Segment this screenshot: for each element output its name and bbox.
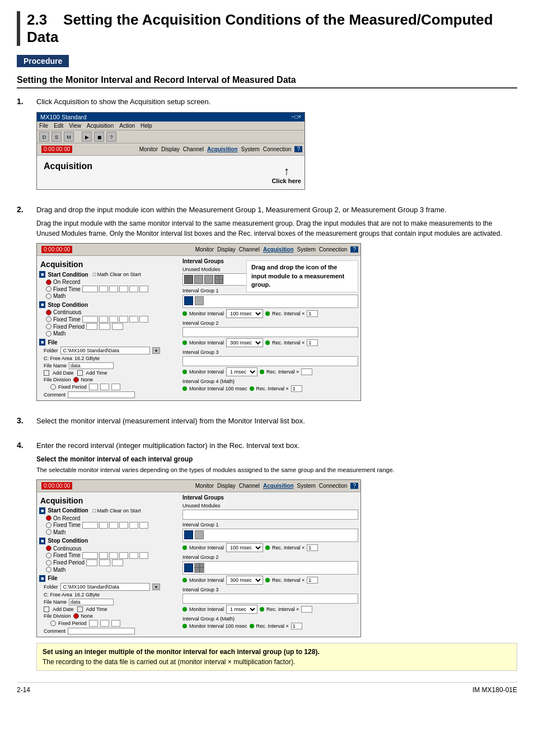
group1-module[interactable] — [184, 296, 193, 305]
s3-stop-3[interactable] — [109, 552, 118, 559]
s3-add-time-cb[interactable] — [77, 606, 83, 612]
tab-system[interactable]: System — [241, 146, 260, 152]
s3-group1-area[interactable] — [182, 529, 358, 542]
s3-fp-div-3[interactable] — [111, 620, 120, 627]
s3-ft-6[interactable] — [139, 522, 148, 529]
tab3-help[interactable]: ? — [350, 483, 358, 489]
group1-area[interactable] — [182, 295, 358, 308]
s3-radio-none[interactable] — [73, 613, 79, 619]
fixed-time-input-2[interactable] — [99, 286, 108, 292]
s3-stop-4[interactable] — [119, 552, 128, 559]
tab3-system[interactable]: System — [297, 483, 316, 489]
s3-g2-rec-input[interactable] — [307, 577, 318, 584]
stop-input-1[interactable] — [82, 316, 98, 323]
comment-input[interactable] — [68, 391, 135, 398]
s3-filename-input[interactable] — [69, 599, 114, 605]
fixed-time-input-6[interactable] — [139, 286, 148, 292]
s3-g1-mod[interactable] — [184, 530, 193, 539]
s3-g3-select[interactable]: 1 msec — [226, 605, 257, 614]
s3-stop-1[interactable] — [82, 552, 98, 559]
s3-g1-mod2[interactable] — [195, 530, 204, 539]
radio-fixed-period[interactable] — [46, 324, 51, 329]
toolbar-icon-s[interactable]: S — [51, 132, 62, 142]
s3-radio-fp[interactable] — [46, 560, 51, 566]
toolbar-icon-3[interactable]: ◼ — [94, 132, 104, 142]
module-icon-2[interactable] — [194, 275, 203, 284]
s3-comment-input[interactable] — [68, 628, 135, 634]
s3-radio-on-record[interactable] — [46, 515, 51, 521]
tab-connection[interactable]: Connection — [263, 146, 292, 152]
tab-help[interactable]: ? — [294, 146, 302, 152]
radio-fixed-time[interactable] — [46, 286, 51, 292]
s3-g2-select[interactable]: 300 msec — [226, 576, 263, 585]
s3-stop-5[interactable] — [129, 552, 138, 559]
s3-stop-6[interactable] — [139, 552, 148, 559]
s3-add-date-cb[interactable] — [44, 606, 49, 612]
stop-input-4[interactable] — [119, 316, 128, 323]
radio-continuous[interactable] — [46, 310, 51, 315]
group2-rec-input[interactable] — [307, 339, 318, 346]
folder-browse-btn[interactable]: ▾ — [152, 347, 160, 354]
tab-display[interactable]: Display — [161, 146, 180, 152]
period-input-1[interactable] — [86, 323, 97, 330]
menu-file[interactable]: File — [39, 123, 48, 129]
s3-fp-1[interactable] — [86, 559, 97, 566]
s3-g1-rec-input[interactable] — [307, 544, 318, 551]
group1-monitor-select[interactable]: 100 msec — [226, 309, 263, 318]
tab3-monitor[interactable]: Monitor — [195, 483, 214, 489]
toolbar-icon-m[interactable]: M — [64, 132, 74, 142]
folder-path[interactable]: C:\MX100 Standard\Data — [60, 347, 150, 354]
s3-fp-2[interactable] — [99, 559, 110, 566]
fixed-time-input-5[interactable] — [129, 286, 138, 292]
s3-group2-area[interactable] — [182, 561, 358, 575]
tab3-connection[interactable]: Connection — [319, 483, 348, 489]
tab2-help[interactable]: ? — [350, 246, 358, 253]
tab-monitor[interactable]: Monitor — [139, 146, 158, 152]
toolbar-icon-1[interactable] — [76, 132, 79, 142]
menu-view[interactable]: View — [69, 123, 81, 129]
s3-ft-5[interactable] — [129, 522, 138, 529]
s3-radio-math-stop[interactable] — [46, 567, 51, 572]
tab2-channel[interactable]: Channel — [239, 246, 260, 253]
s3-group3-area[interactable] — [182, 594, 358, 604]
tab2-acquisition[interactable]: Acquisition — [263, 246, 293, 253]
fixed-time-input-1[interactable] — [82, 286, 98, 292]
s3-radio-math[interactable] — [46, 529, 51, 535]
stop-input-6[interactable] — [139, 316, 148, 323]
fp-input-3[interactable] — [111, 384, 120, 390]
group3-area[interactable] — [182, 356, 358, 366]
menu-help[interactable]: Help — [140, 123, 152, 129]
s3-ft-2[interactable] — [99, 522, 108, 529]
menu-action[interactable]: Action — [119, 123, 135, 129]
fp-input-2[interactable] — [100, 384, 109, 390]
group3-rec-input[interactable] — [301, 368, 312, 375]
s3-fp-div-2[interactable] — [100, 620, 109, 627]
fixed-time-input-4[interactable] — [119, 286, 128, 292]
stop-input-2[interactable] — [99, 316, 108, 323]
radio-none[interactable] — [73, 377, 79, 382]
add-date-checkbox[interactable] — [44, 370, 49, 376]
s3-radio-fp-div[interactable] — [50, 620, 56, 626]
radio-on-record[interactable] — [46, 279, 51, 285]
toolbar-icon-q[interactable]: ? — [106, 132, 116, 142]
tab3-channel[interactable]: Channel — [239, 483, 260, 489]
s3-ft-3[interactable] — [109, 522, 118, 529]
group2-monitor-select[interactable]: 300 msec — [226, 338, 263, 347]
menu-edit[interactable]: Edit — [54, 123, 63, 129]
module-icon-3[interactable] — [204, 275, 213, 284]
tab3-acquisition[interactable]: Acquisition — [263, 483, 293, 489]
group1-rec-input[interactable] — [307, 310, 318, 317]
add-time-checkbox[interactable] — [77, 370, 83, 376]
stop-input-5[interactable] — [129, 316, 138, 323]
s3-g2-mod[interactable] — [184, 563, 193, 572]
s3-g4-rec-input[interactable] — [291, 623, 302, 629]
s3-radio-stop-ft[interactable] — [46, 553, 51, 558]
tab2-connection[interactable]: Connection — [319, 246, 348, 253]
s3-ft-4[interactable] — [119, 522, 128, 529]
stop-input-3[interactable] — [109, 316, 118, 323]
s3-fp-div-1[interactable] — [89, 620, 98, 627]
tab3-display[interactable]: Display — [217, 483, 236, 489]
s3-radio-fixed-time[interactable] — [46, 522, 51, 528]
s3-folder-path[interactable]: C:\MX100 Standard\Data — [60, 583, 150, 591]
menu-acquisition[interactable]: Acquisition — [87, 123, 114, 129]
